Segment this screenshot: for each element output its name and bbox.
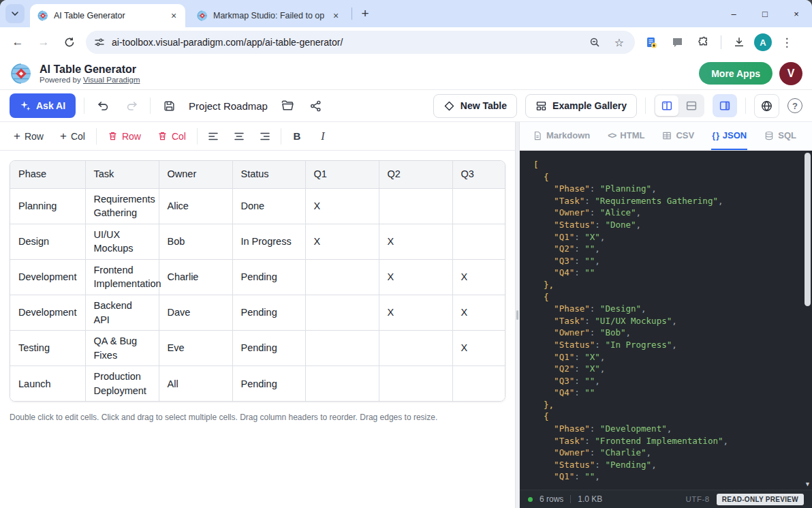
- json-code[interactable]: [ { "Phase": "Planning", "Task": "Requir…: [520, 151, 812, 483]
- user-avatar[interactable]: V: [779, 62, 802, 85]
- address-bar[interactable]: ai-toolbox.visual-paradigm.com/app/ai-ta…: [86, 31, 635, 54]
- column-header[interactable]: Phase: [10, 161, 85, 188]
- panel-right-toggle[interactable]: [713, 94, 737, 117]
- table-cell[interactable]: [379, 331, 452, 366]
- table-cell[interactable]: Frontend Implementation: [85, 259, 159, 295]
- example-gallery-button[interactable]: Example Gallery: [525, 94, 637, 118]
- code-scrollbar[interactable]: ▼: [802, 151, 812, 490]
- table-cell[interactable]: Pending: [232, 295, 305, 330]
- browser-tab-inactive[interactable]: Markmap Studio: Failed to ope ×: [189, 4, 347, 27]
- table-cell[interactable]: Pending: [232, 259, 305, 295]
- site-settings-icon[interactable]: [94, 37, 105, 48]
- split-horizontal-icon[interactable]: [680, 95, 703, 116]
- column-header[interactable]: Q1: [305, 161, 379, 188]
- table-cell[interactable]: [379, 188, 452, 224]
- column-header[interactable]: Status: [232, 161, 305, 188]
- table-cell[interactable]: Eve: [159, 331, 232, 366]
- table-cell[interactable]: [379, 366, 452, 402]
- new-table-button[interactable]: New Table: [433, 94, 517, 118]
- browser-tab-active[interactable]: AI Table Generator ×: [30, 4, 185, 27]
- save-icon[interactable]: [159, 95, 179, 116]
- table-cell[interactable]: Planning: [10, 188, 85, 224]
- table-cell[interactable]: Production Deployment: [85, 366, 159, 402]
- bookmark-star-icon[interactable]: ☆: [610, 33, 628, 51]
- reload-button[interactable]: [59, 31, 80, 53]
- column-header[interactable]: Owner: [159, 161, 232, 188]
- visual-paradigm-link[interactable]: Visual Paradigm: [83, 76, 140, 84]
- table-cell[interactable]: Backend API: [85, 295, 159, 330]
- table-cell[interactable]: [452, 366, 505, 402]
- extensions-puzzle-icon[interactable]: [692, 31, 714, 53]
- browser-menu-icon[interactable]: ⋮: [776, 31, 798, 53]
- align-right-icon[interactable]: [255, 126, 275, 147]
- comment-icon[interactable]: [666, 31, 688, 53]
- table-cell[interactable]: Dave: [159, 295, 232, 330]
- table-cell[interactable]: In Progress: [232, 224, 305, 259]
- more-apps-button[interactable]: More Apps: [699, 62, 772, 85]
- table-cell[interactable]: X: [452, 259, 505, 295]
- table-cell[interactable]: Pending: [232, 331, 305, 366]
- language-globe-icon[interactable]: [754, 94, 779, 118]
- back-button[interactable]: ←: [7, 31, 29, 53]
- table-cell[interactable]: Design: [10, 224, 85, 259]
- table-cell[interactable]: All: [159, 366, 232, 402]
- table-cell[interactable]: [305, 295, 379, 330]
- forward-button[interactable]: →: [33, 31, 54, 53]
- help-icon[interactable]: ?: [787, 98, 802, 113]
- table-cell[interactable]: X: [305, 224, 379, 259]
- undo-button[interactable]: [93, 95, 113, 116]
- tab-search-button[interactable]: [5, 4, 25, 23]
- close-button[interactable]: ×: [781, 0, 812, 27]
- table-cell[interactable]: Done: [232, 188, 305, 224]
- browser-profile-avatar[interactable]: A: [754, 33, 772, 51]
- table-cell[interactable]: [452, 224, 505, 259]
- table-cell[interactable]: X: [452, 331, 505, 366]
- add-col-button[interactable]: + Col: [54, 126, 91, 147]
- table-cell[interactable]: X: [305, 188, 379, 224]
- redo-button[interactable]: [121, 95, 142, 116]
- downloads-icon[interactable]: [728, 31, 750, 53]
- table-cell[interactable]: X: [379, 224, 452, 259]
- table-cell[interactable]: QA & Bug Fixes: [85, 331, 159, 366]
- share-icon[interactable]: [306, 95, 326, 116]
- table-cell[interactable]: Launch: [10, 366, 85, 402]
- split-vertical-icon[interactable]: [655, 95, 678, 116]
- align-center-icon[interactable]: [229, 126, 249, 147]
- scroll-down-arrow[interactable]: ▼: [805, 481, 811, 488]
- bold-button[interactable]: B: [287, 126, 307, 147]
- maximize-button[interactable]: □: [749, 0, 781, 27]
- table-cell[interactable]: Development: [10, 295, 85, 330]
- tab-close-icon[interactable]: ×: [168, 10, 180, 22]
- tab-markdown[interactable]: Markdown: [532, 122, 591, 150]
- table-cell[interactable]: [305, 259, 379, 295]
- table-cell[interactable]: Bob: [159, 224, 232, 259]
- table-cell[interactable]: Alice: [159, 188, 232, 224]
- delete-col-button[interactable]: Col: [152, 126, 191, 147]
- table-cell[interactable]: UI/UX Mockups: [85, 224, 159, 259]
- open-folder-icon[interactable]: [277, 95, 298, 116]
- new-tab-button[interactable]: +: [356, 5, 374, 23]
- table-cell[interactable]: [305, 366, 379, 402]
- scrollbar-thumb[interactable]: [805, 153, 811, 306]
- table-cell[interactable]: Charlie: [159, 259, 232, 295]
- url-text[interactable]: ai-toolbox.visual-paradigm.com/app/ai-ta…: [112, 37, 579, 48]
- table-cell[interactable]: X: [379, 295, 452, 330]
- minimize-button[interactable]: –: [718, 0, 749, 27]
- tab-html[interactable]: <> HTML: [607, 122, 645, 150]
- table-cell[interactable]: Requirements Gathering: [85, 188, 159, 224]
- column-header[interactable]: Q2: [379, 161, 452, 188]
- delete-row-button[interactable]: Row: [102, 126, 146, 147]
- column-header[interactable]: Q3: [452, 161, 505, 188]
- add-row-button[interactable]: + Row: [8, 126, 49, 147]
- table-cell[interactable]: [305, 331, 379, 366]
- tab-csv[interactable]: CSV: [661, 122, 695, 150]
- align-left-icon[interactable]: [203, 126, 223, 147]
- table-cell[interactable]: Testing: [10, 331, 85, 366]
- tab-json[interactable]: { } JSON: [711, 122, 747, 150]
- tab-sql[interactable]: SQL: [764, 122, 797, 150]
- italic-button[interactable]: I: [313, 126, 333, 147]
- reading-mode-icon[interactable]: [640, 31, 662, 53]
- zoom-indicator-icon[interactable]: [586, 33, 604, 51]
- table-cell[interactable]: X: [452, 295, 505, 330]
- table-cell[interactable]: Pending: [232, 366, 305, 402]
